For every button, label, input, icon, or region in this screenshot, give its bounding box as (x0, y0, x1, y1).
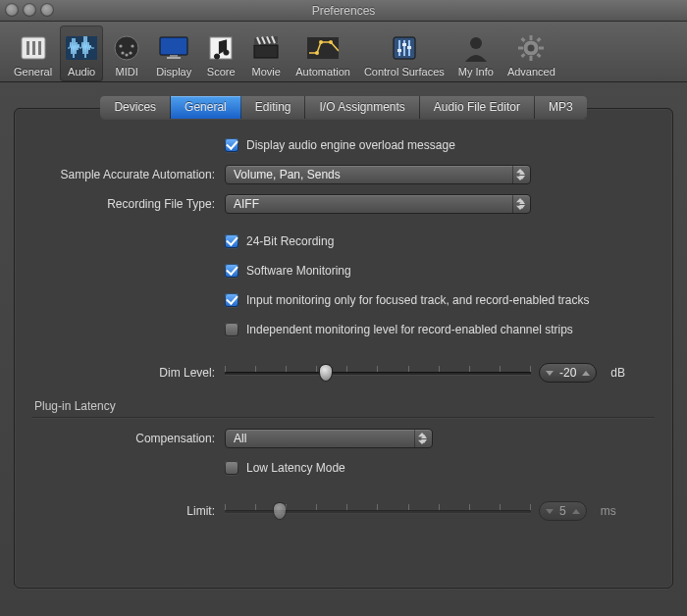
limit-unit: ms (601, 504, 616, 518)
svg-rect-35 (521, 37, 526, 42)
svg-point-20 (329, 40, 333, 44)
toolbar-item-score[interactable]: Score (199, 26, 242, 81)
svg-point-30 (528, 45, 535, 52)
software-monitoring-checkbox[interactable] (225, 264, 238, 278)
dim-level-slider[interactable] (225, 363, 531, 383)
tab-audio-file-editor[interactable]: Audio File Editor (420, 96, 535, 119)
audio-general-panel: Display audio engine overload message Sa… (14, 108, 673, 589)
faders-icon (389, 32, 420, 64)
automation-curve-icon (307, 32, 339, 64)
window-title: Preferences (312, 4, 376, 18)
svg-rect-13 (167, 57, 181, 59)
midi-port-icon (111, 32, 142, 64)
svg-rect-17 (307, 37, 339, 59)
tab-mp3[interactable]: MP3 (535, 96, 587, 119)
svg-rect-36 (537, 53, 542, 58)
svg-rect-1 (26, 41, 29, 55)
select-value: All (234, 432, 246, 445)
toolbar-item-control-surfaces[interactable]: Control Surfaces (358, 26, 450, 81)
24bit-recording-checkbox[interactable] (225, 234, 238, 248)
tab-general[interactable]: General (171, 96, 241, 119)
input-monitoring-focused-checkbox[interactable] (225, 293, 238, 307)
window-controls (6, 4, 53, 16)
stepper-up-icon[interactable] (572, 509, 580, 514)
svg-point-6 (120, 44, 123, 47)
svg-rect-33 (518, 47, 523, 50)
stepper-up-icon[interactable] (582, 371, 590, 376)
plugin-latency-heading: Plug-in Latency (34, 399, 655, 413)
svg-rect-11 (160, 37, 187, 55)
low-latency-mode-checkbox[interactable] (225, 461, 238, 475)
monitor-icon (158, 32, 189, 64)
svg-point-28 (470, 37, 482, 49)
limit-stepper[interactable]: 5 (539, 501, 587, 521)
svg-rect-32 (530, 56, 533, 61)
close-window-button[interactable] (6, 4, 18, 16)
audio-tabs: Devices General Editing I/O Assignments … (14, 96, 673, 119)
limit-slider[interactable] (225, 501, 531, 521)
stepper-down-icon[interactable] (546, 509, 554, 514)
gear-icon (515, 32, 547, 64)
waveform-icon (66, 32, 97, 64)
slider-thumb[interactable] (273, 502, 287, 520)
svg-rect-27 (407, 46, 411, 49)
toolbar-item-movie[interactable]: Movie (244, 26, 288, 81)
music-note-icon (205, 32, 237, 64)
tab-editing[interactable]: Editing (241, 96, 306, 119)
svg-rect-22 (398, 40, 400, 56)
select-value: AIFF (234, 197, 259, 211)
toolbar-item-label: Movie (252, 66, 281, 77)
toolbar-item-label: MIDI (116, 66, 138, 77)
toolbar-item-general[interactable]: General (8, 26, 58, 81)
sample-accurate-automation-select[interactable]: Volume, Pan, Sends (225, 165, 531, 184)
divider (32, 417, 655, 418)
toolbar-item-display[interactable]: Display (150, 26, 197, 81)
svg-rect-12 (170, 55, 178, 57)
toolbar-item-label: Automation (295, 66, 350, 77)
dim-level-stepper[interactable]: -20 (539, 363, 597, 383)
dim-level-value: -20 (559, 366, 576, 380)
svg-point-7 (132, 44, 134, 47)
stepper-down-icon[interactable] (546, 371, 554, 376)
toolbar-item-midi[interactable]: MIDI (105, 26, 148, 81)
svg-rect-3 (38, 41, 41, 55)
software-monitoring-label: Software Monitoring (246, 264, 351, 278)
toolbar-item-label: Audio (68, 66, 95, 77)
input-monitoring-focused-label: Input monitoring only for focused track,… (246, 293, 590, 307)
overload-message-label: Display audio engine overload message (246, 138, 455, 152)
tab-io-assignments[interactable]: I/O Assignments (305, 96, 419, 119)
low-latency-mode-label: Low Latency Mode (246, 461, 345, 475)
independent-monitoring-label: Independent monitoring level for record-… (246, 323, 573, 336)
slider-thumb[interactable] (319, 364, 333, 382)
toolbar-item-label: Control Surfaces (364, 66, 445, 77)
toolbar-item-my-info[interactable]: My Info (452, 26, 500, 81)
title-bar: Preferences (0, 0, 687, 22)
select-arrows-icon (512, 195, 530, 213)
minimize-window-button[interactable] (24, 4, 35, 16)
recording-file-type-label: Recording File Type: (32, 197, 225, 211)
dim-level-unit: dB (610, 366, 625, 380)
svg-rect-26 (402, 43, 406, 46)
toolbar-item-label: Advanced (507, 66, 555, 77)
limit-value: 5 (559, 504, 566, 518)
svg-point-19 (319, 40, 323, 44)
select-arrows-icon (512, 166, 530, 183)
compensation-select[interactable]: All (225, 429, 433, 448)
tab-devices[interactable]: Devices (100, 96, 171, 119)
toolbar-item-audio[interactable]: Audio (60, 26, 103, 81)
svg-rect-15 (254, 45, 278, 58)
overload-message-checkbox[interactable] (225, 138, 238, 152)
independent-monitoring-checkbox[interactable] (225, 323, 238, 336)
limit-label: Limit: (32, 504, 225, 518)
svg-rect-37 (537, 37, 542, 42)
svg-point-8 (122, 51, 125, 54)
svg-point-10 (126, 53, 129, 56)
zoom-window-button[interactable] (41, 4, 53, 16)
switches-icon (18, 32, 49, 64)
toolbar-item-label: General (14, 66, 52, 77)
recording-file-type-select[interactable]: AIFF (225, 194, 531, 214)
select-value: Volume, Pan, Sends (234, 168, 341, 181)
toolbar-item-automation[interactable]: Automation (290, 26, 356, 81)
toolbar-item-advanced[interactable]: Advanced (502, 26, 561, 81)
svg-point-9 (130, 51, 132, 54)
